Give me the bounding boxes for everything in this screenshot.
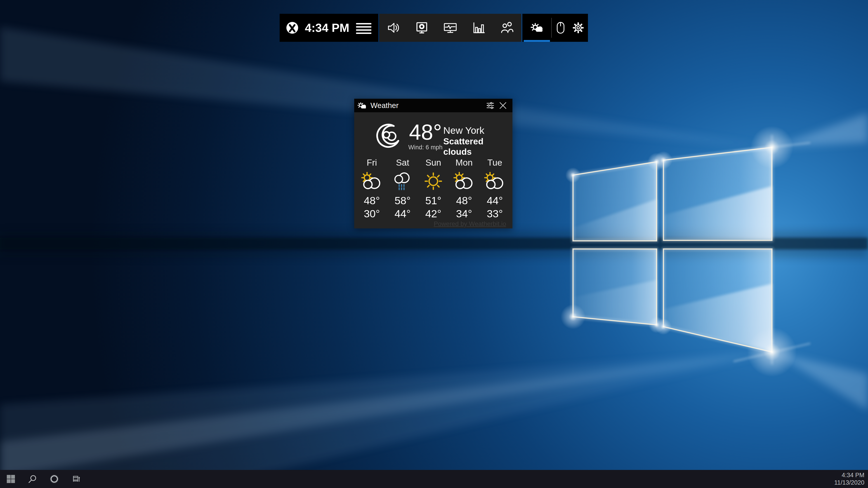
clock-time: 4:34 PM [834,471,864,479]
high-temp: 48° [364,195,380,206]
partly-cloudy-icon [360,170,384,192]
xbox-logo-icon [286,22,299,34]
xbox-game-bar: 4:34 PM [280,14,588,42]
speaker-icon [387,21,400,35]
weather-widget-window: Weather [354,99,513,228]
sunny-icon [421,170,445,192]
desktop: 4:34 PM [0,0,868,488]
capture-widget-button[interactable] [408,14,436,42]
low-temp: 42° [425,208,441,219]
weather-title: Weather [370,101,399,110]
forecast-day-fri: Fri 48° 30° [356,158,387,219]
windows-logo-icon [6,475,15,483]
low-temp: 34° [456,208,472,219]
day-label: Mon [456,158,473,167]
partly-cloudy-icon [452,170,476,192]
low-temp: 33° [487,208,503,219]
location-name: New York [443,125,513,136]
forecast-day-tue: Tue 44° 33° [479,158,510,219]
sliders-icon [486,101,494,109]
current-temperature: 48° [405,121,445,143]
mouse-click-through-button[interactable] [552,14,569,42]
high-temp: 51° [425,195,441,206]
day-label: Sun [426,158,441,167]
search-button[interactable] [22,470,43,488]
forecast-day-sun: Sun 51° 42° [418,158,449,219]
low-temp: 30° [364,208,380,219]
day-label: Fri [367,158,377,167]
task-view-icon [71,474,81,484]
widget-menu-button[interactable] [355,14,372,42]
current-conditions: 48° Wind: 6 mph New York Scattered cloud… [354,121,513,159]
current-wind: Wind: 6 mph [405,144,445,151]
rain-icon [391,170,414,192]
performance-widget-button[interactable] [465,14,493,42]
low-temp: 44° [395,208,410,219]
weather-options-button[interactable] [484,99,497,112]
gamebar-settings-button[interactable] [569,14,587,42]
high-temp: 44° [487,195,503,206]
clock-date: 11/13/2020 [834,479,864,486]
weather-glyph-icon [358,102,366,109]
xbox-home-button[interactable] [286,14,299,42]
forecast-day-sat: Sat 58° 44° [387,158,418,219]
start-button[interactable] [0,470,22,488]
broadcast-monitor-icon [443,21,458,35]
performance-chart-icon [472,21,486,35]
current-location-block: New York Scattered clouds [443,125,513,157]
broadcast-widget-button[interactable] [436,14,465,42]
high-temp: 58° [395,195,410,206]
people-icon [500,21,514,34]
night-scattered-clouds-icon [375,123,402,149]
taskbar-clock[interactable]: 4:34 PM 11/13/2020 [834,471,868,486]
gamebar-widgets-pill [379,14,521,42]
weather-close-button[interactable] [497,99,509,112]
forecast-row: Fri 48° 30° Sat 58° 44° Sun 51° 42° Mon … [356,158,510,219]
social-widget-button[interactable] [493,14,521,42]
audio-widget-button[interactable] [379,14,408,42]
current-temp-block: 48° Wind: 6 mph [405,121,445,151]
forecast-day-mon: Mon 48° 34° [449,158,479,219]
capture-icon [415,21,429,35]
widget-menu-icon [355,22,372,34]
high-temp: 48° [456,195,472,206]
condition-text: Scattered clouds [443,136,513,157]
close-icon [499,102,507,109]
weather-icon [530,23,543,33]
task-view-button[interactable] [65,470,87,488]
gamebar-clock: 4:34 PM [305,21,349,35]
day-label: Tue [487,158,502,167]
weather-titlebar[interactable]: Weather [354,99,513,112]
taskbar: 4:34 PM 11/13/2020 [0,470,868,488]
gear-icon [572,22,585,34]
search-icon [28,475,37,483]
gamebar-user-pill [522,14,588,42]
cortana-icon [50,475,59,484]
cortana-button[interactable] [43,470,65,488]
weatherbit-attribution-link[interactable]: Powered by Weatherbit.io [434,220,506,228]
day-label: Sat [396,158,409,167]
gamebar-main-pill: 4:34 PM [280,14,378,42]
partly-cloudy-icon [483,170,507,192]
mouse-icon [556,22,565,34]
desktop-wallpaper [0,0,868,488]
active-widget-indicator [524,40,550,42]
weather-widget-button[interactable] [522,14,551,42]
